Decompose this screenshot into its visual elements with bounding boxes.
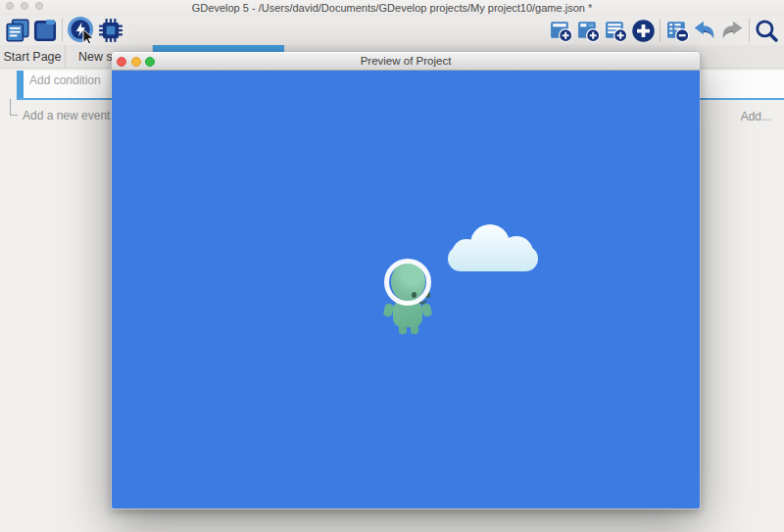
game-canvas[interactable]: [112, 71, 700, 508]
search-icon: [754, 18, 779, 43]
add-condition-button[interactable]: Add condition: [29, 73, 101, 87]
add-more-button[interactable]: Add...: [741, 110, 771, 123]
add-event-button[interactable]: [547, 17, 574, 44]
debugger-button[interactable]: [97, 17, 124, 44]
scene-editor-icon: [32, 18, 58, 43]
add-circle-icon: [631, 19, 656, 43]
add-subevent-icon: [576, 19, 601, 43]
add-comment-button[interactable]: [602, 17, 629, 44]
add-comment-icon: [604, 19, 628, 43]
player-arm: [421, 303, 433, 317]
project-manager-button[interactable]: [4, 17, 31, 44]
debugger-icon: [98, 18, 123, 43]
undo-button[interactable]: [691, 17, 718, 44]
toolbar: [0, 16, 784, 45]
main-window-title: GDevelop 5 - /Users/david/Documents/GDev…: [0, 2, 784, 14]
add-new-event-button[interactable]: Add a new event: [23, 109, 110, 122]
toolbar-separator: [62, 19, 63, 42]
screen: GDevelop 5 - /Users/david/Documents/GDev…: [0, 0, 784, 532]
preview-button[interactable]: [66, 17, 97, 44]
tab-start-page[interactable]: Start Page: [0, 45, 66, 69]
player-sprite: [376, 252, 435, 340]
remove-event-button[interactable]: [663, 17, 691, 44]
preview-window: Preview of Project: [111, 51, 701, 509]
project-manager-icon: [5, 18, 30, 43]
event-drag-handle[interactable]: [17, 71, 24, 98]
preview-play-icon: [67, 16, 97, 46]
redo-icon: [719, 18, 745, 43]
preview-window-title: Preview of Project: [112, 55, 700, 67]
undo-icon: [692, 18, 717, 43]
search-button[interactable]: [753, 17, 780, 44]
main-titlebar[interactable]: GDevelop 5 - /Users/david/Documents/GDev…: [0, 0, 784, 16]
add-circle-button[interactable]: [629, 17, 657, 44]
add-subevent-button[interactable]: [574, 17, 602, 44]
preview-titlebar[interactable]: Preview of Project: [112, 52, 700, 71]
player-helmet-ring: [384, 259, 431, 306]
redo-button[interactable]: [718, 17, 746, 44]
add-event-icon: [549, 19, 573, 43]
remove-event-icon: [665, 19, 690, 43]
tab-label: Start Page: [3, 50, 61, 64]
event-tree-connector: [10, 99, 18, 116]
cloud-sprite: [445, 223, 541, 272]
toolbar-separator: [660, 19, 661, 42]
scene-editor-button[interactable]: [31, 17, 59, 44]
toolbar-separator: [749, 19, 750, 42]
